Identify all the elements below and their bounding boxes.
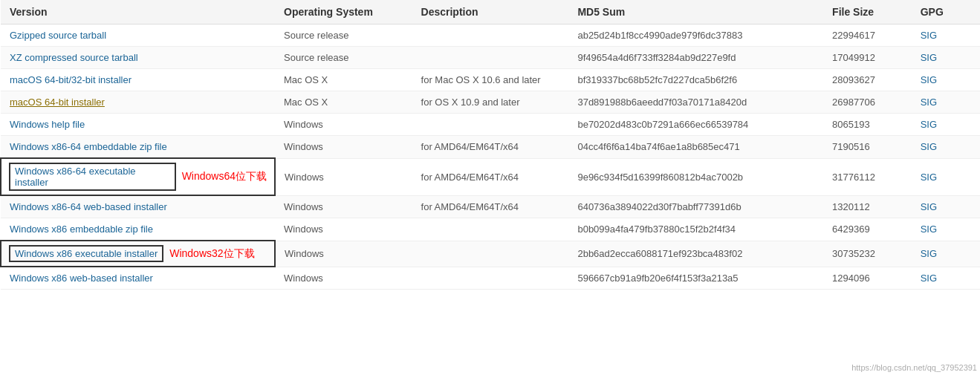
cell-version: Windows x86 embeddable zip file: [1, 218, 275, 241]
cell-os: Windows: [275, 218, 412, 241]
header-filesize: File Size: [823, 0, 912, 25]
cell-gpg: SIG: [912, 25, 980, 47]
download-table: Version Operating System Description MD5…: [0, 0, 980, 290]
table-row: Windows x86-64 embeddable zip fileWindow…: [1, 136, 980, 159]
gpg-sig-link[interactable]: SIG: [921, 172, 937, 183]
cell-md5: 596667cb91a9fb20e6f4f153f3a213a5: [568, 267, 823, 290]
gpg-sig-link[interactable]: SIG: [921, 224, 937, 235]
cell-md5: 37d891988b6aeedd7f03a70171a8420d: [568, 91, 823, 114]
table-row: Windows help fileWindowsbe70202d483c0b72…: [1, 114, 980, 136]
cell-filesize: 22994617: [823, 25, 912, 47]
version-link[interactable]: Windows x86 web-based installer: [10, 273, 153, 284]
table-row: Gzipped source tarballSource releaseab25…: [1, 25, 980, 47]
version-link[interactable]: Windows x86-64 embeddable zip file: [10, 141, 167, 152]
gpg-sig-link[interactable]: SIG: [921, 273, 937, 284]
cell-version: Windows x86-64 embeddable zip file: [1, 136, 275, 159]
gpg-sig-link[interactable]: SIG: [921, 141, 937, 152]
cell-version: Windows x86 executable installerWindows3…: [1, 241, 275, 267]
gpg-sig-link[interactable]: SIG: [921, 119, 937, 130]
header-md5: MD5 Sum: [568, 0, 823, 25]
cell-os: Windows: [275, 195, 412, 218]
cell-gpg: SIG: [912, 69, 980, 91]
version-link[interactable]: Windows help file: [10, 119, 85, 130]
gpg-sig-link[interactable]: SIG: [921, 248, 937, 259]
cell-gpg: SIG: [912, 136, 980, 159]
table-row: Windows x86 embeddable zip fileWindowsb0…: [1, 218, 980, 241]
cell-version: Gzipped source tarball: [1, 25, 275, 47]
cell-version: XZ compressed source tarball: [1, 47, 275, 69]
cell-version: Windows help file: [1, 114, 275, 136]
version-link[interactable]: macOS 64-bit installer: [10, 97, 105, 108]
gpg-sig-link[interactable]: SIG: [921, 74, 937, 85]
cell-gpg: SIG: [912, 47, 980, 69]
version-link[interactable]: macOS 64-bit/32-bit installer: [10, 74, 132, 85]
cell-os: Windows: [275, 241, 412, 267]
header-os: Operating System: [275, 0, 412, 25]
cell-description: for AMD64/EM64T/x64: [412, 158, 569, 195]
cell-filesize: 6429369: [823, 218, 912, 241]
cell-os: Windows: [275, 114, 412, 136]
version-link[interactable]: Windows x86-64 web-based installer: [10, 201, 167, 212]
cell-filesize: 31776112: [823, 158, 912, 195]
cell-filesize: 17049912: [823, 47, 912, 69]
cell-version: Windows x86 web-based installer: [1, 267, 275, 290]
table-row: Windows x86-64 web-based installerWindow…: [1, 195, 980, 218]
cell-version: macOS 64-bit installer: [1, 91, 275, 114]
cell-filesize: 7190516: [823, 136, 912, 159]
annotation-label: Windows32位下载: [169, 247, 254, 261]
version-link[interactable]: Windows x86 embeddable zip file: [10, 224, 153, 235]
annotation-label: Windows64位下载: [182, 170, 267, 183]
cell-md5: 640736a3894022d30f7babff77391d6b: [568, 195, 823, 218]
cell-md5: 9f49654a4d6f733ff3284ab9d227e9fd: [568, 47, 823, 69]
cell-description: for AMD64/EM64T/x64: [412, 195, 569, 218]
cell-description: [412, 47, 569, 69]
cell-description: [412, 114, 569, 136]
cell-description: for AMD64/EM64T/x64: [412, 136, 569, 159]
cell-filesize: 1294096: [823, 267, 912, 290]
cell-version: macOS 64-bit/32-bit installer: [1, 69, 275, 91]
cell-filesize: 1320112: [823, 195, 912, 218]
cell-os: Windows: [275, 267, 412, 290]
gpg-sig-link[interactable]: SIG: [921, 97, 937, 108]
table-row: Windows x86 executable installerWindows3…: [1, 241, 980, 267]
cell-description: for Mac OS X 10.6 and later: [412, 69, 569, 91]
cell-os: Windows: [275, 136, 412, 159]
cell-gpg: SIG: [912, 218, 980, 241]
version-link[interactable]: Gzipped source tarball: [10, 30, 106, 41]
gpg-sig-link[interactable]: SIG: [921, 30, 937, 41]
table-row: macOS 64-bit installerMac OS Xfor OS X 1…: [1, 91, 980, 114]
cell-filesize: 8065193: [823, 114, 912, 136]
cell-os: Source release: [275, 47, 412, 69]
table-row: macOS 64-bit/32-bit installerMac OS Xfor…: [1, 69, 980, 91]
cell-md5: 9e96c934f5d16399f860812b4ac7002b: [568, 158, 823, 195]
table-row: Windows x86 web-based installerWindows59…: [1, 267, 980, 290]
header-version: Version: [1, 0, 275, 25]
version-link[interactable]: Windows x86 executable installer: [9, 245, 163, 262]
header-gpg: GPG: [912, 0, 980, 25]
cell-os: Windows: [275, 158, 412, 195]
cell-md5: be70202d483c0b7291a666ec66539784: [568, 114, 823, 136]
cell-description: [412, 218, 569, 241]
cell-description: for OS X 10.9 and later: [412, 91, 569, 114]
cell-md5: ab25d24b1f8cc4990ade979f6dc37883: [568, 25, 823, 47]
cell-os: Mac OS X: [275, 69, 412, 91]
cell-md5: 2bb6ad2ecca6088171ef923bca483f02: [568, 241, 823, 267]
cell-version: Windows x86-64 executable installerWindo…: [1, 158, 275, 195]
cell-gpg: SIG: [912, 241, 980, 267]
gpg-sig-link[interactable]: SIG: [921, 201, 937, 212]
cell-gpg: SIG: [912, 195, 980, 218]
cell-filesize: 28093627: [823, 69, 912, 91]
version-link[interactable]: XZ compressed source tarball: [10, 52, 138, 63]
cell-gpg: SIG: [912, 267, 980, 290]
table-row: Windows x86-64 executable installerWindo…: [1, 158, 980, 195]
cell-description: [412, 241, 569, 267]
gpg-sig-link[interactable]: SIG: [921, 52, 937, 63]
version-link[interactable]: Windows x86-64 executable installer: [9, 163, 176, 191]
cell-os: Source release: [275, 25, 412, 47]
cell-filesize: 30735232: [823, 241, 912, 267]
cell-description: [412, 267, 569, 290]
table-header-row: Version Operating System Description MD5…: [1, 0, 980, 25]
cell-md5: bf319337bc68b52fc7d227dca5b6f2f6: [568, 69, 823, 91]
cell-version: Windows x86-64 web-based installer: [1, 195, 275, 218]
header-description: Description: [412, 0, 569, 25]
